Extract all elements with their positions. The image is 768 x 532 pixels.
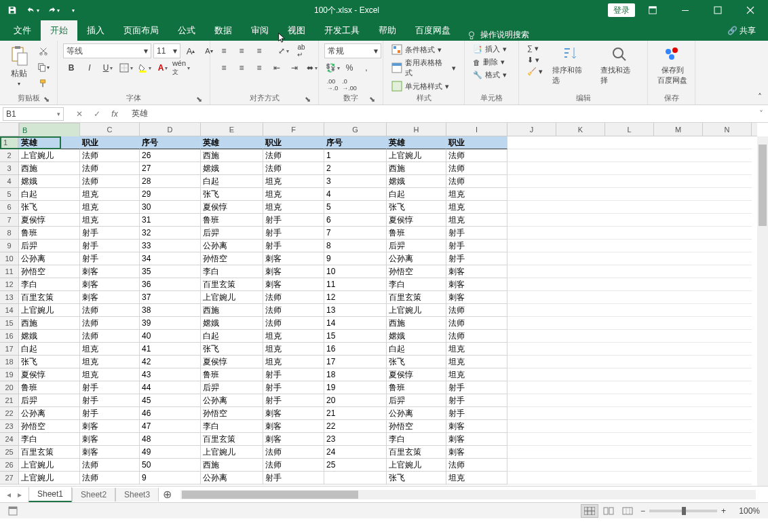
- tab-file[interactable]: 文件: [4, 20, 41, 41]
- row-header[interactable]: 16: [0, 330, 18, 343]
- cell[interactable]: [605, 459, 654, 472]
- font-size-select[interactable]: 11▾: [153, 43, 180, 58]
- cell[interactable]: 刺客: [263, 407, 324, 420]
- cell[interactable]: 射手: [263, 227, 324, 240]
- cell[interactable]: 西施: [19, 162, 80, 175]
- cell[interactable]: [703, 420, 752, 433]
- cell[interactable]: [507, 240, 556, 252]
- cell[interactable]: 英雄: [201, 136, 263, 149]
- cell[interactable]: [703, 356, 752, 368]
- row-header[interactable]: 12: [0, 278, 18, 291]
- cell[interactable]: 上官婉儿: [19, 472, 80, 484]
- cell[interactable]: 法师: [80, 459, 140, 472]
- increase-font-icon[interactable]: A▴: [183, 43, 199, 58]
- align-dialog-launcher[interactable]: ⬊: [303, 95, 311, 103]
- cell[interactable]: 鲁班: [201, 368, 263, 381]
- cell[interactable]: 西施: [201, 304, 263, 317]
- sheet-tab-3[interactable]: Sheet3: [115, 488, 159, 501]
- cell[interactable]: 法师: [446, 459, 507, 472]
- row-header[interactable]: 6: [0, 201, 18, 214]
- cell[interactable]: 李白: [387, 278, 446, 291]
- row-header[interactable]: 15: [0, 317, 18, 330]
- merge-center-icon[interactable]: ⬌: [304, 60, 320, 75]
- cell[interactable]: [654, 227, 703, 240]
- vertical-scrollbar[interactable]: [757, 136, 768, 486]
- bold-button[interactable]: B: [63, 60, 79, 75]
- cell[interactable]: [654, 240, 703, 252]
- number-dialog-launcher[interactable]: ⬊: [368, 95, 376, 103]
- cell[interactable]: 孙悟空: [19, 420, 80, 433]
- cell[interactable]: [654, 175, 703, 188]
- comma-format-icon[interactable]: ,: [358, 60, 375, 75]
- align-top-icon[interactable]: ≡: [216, 43, 232, 58]
- cell[interactable]: 上官婉儿: [19, 459, 80, 472]
- row-header[interactable]: 10: [0, 252, 18, 265]
- row-header[interactable]: 25: [0, 446, 18, 459]
- cell[interactable]: [605, 291, 654, 304]
- cell[interactable]: 刺客: [446, 278, 507, 291]
- cell[interactable]: 西施: [201, 149, 263, 162]
- cell[interactable]: [556, 188, 605, 201]
- cell[interactable]: [556, 381, 605, 394]
- sheet-nav-next-icon[interactable]: ▸: [15, 490, 24, 499]
- cell[interactable]: 12: [324, 291, 387, 304]
- cell[interactable]: 11: [324, 278, 387, 291]
- cell[interactable]: 坦克: [80, 343, 140, 356]
- cut-icon[interactable]: [35, 43, 52, 58]
- cell[interactable]: 25: [324, 459, 387, 472]
- cell[interactable]: 射手: [263, 472, 324, 484]
- cell[interactable]: [556, 214, 605, 227]
- sheet-tab-1[interactable]: Sheet1: [28, 487, 72, 502]
- cell[interactable]: [507, 472, 556, 484]
- cell[interactable]: [556, 149, 605, 162]
- cell[interactable]: 孙悟空: [387, 420, 446, 433]
- cell[interactable]: 坦克: [80, 201, 140, 214]
- cell[interactable]: [507, 368, 556, 381]
- cell[interactable]: 15: [324, 330, 387, 343]
- cell[interactable]: [703, 162, 752, 175]
- cell[interactable]: 射手: [263, 381, 324, 394]
- maximize-button[interactable]: [703, 0, 733, 20]
- align-right-icon[interactable]: ≡: [251, 60, 267, 75]
- cell[interactable]: [507, 394, 556, 407]
- col-header-H[interactable]: H: [387, 123, 446, 136]
- cell[interactable]: 公孙离: [387, 252, 446, 265]
- ribbon-options-icon[interactable]: [638, 0, 668, 20]
- cell[interactable]: [605, 214, 654, 227]
- cell[interactable]: 张飞: [19, 356, 80, 368]
- row-header[interactable]: 20: [0, 381, 18, 394]
- cell[interactable]: 射手: [80, 227, 140, 240]
- cell[interactable]: 坦克: [446, 472, 507, 484]
- cell[interactable]: 西施: [19, 317, 80, 330]
- expand-formula-bar-icon[interactable]: ˅: [754, 109, 768, 119]
- cell[interactable]: 后羿: [201, 227, 263, 240]
- close-button[interactable]: [735, 0, 765, 20]
- cell[interactable]: [654, 265, 703, 278]
- align-bottom-icon[interactable]: ≡: [251, 43, 267, 58]
- cell[interactable]: 百里玄策: [19, 446, 80, 459]
- cell[interactable]: [556, 368, 605, 381]
- cell[interactable]: 8: [324, 240, 387, 252]
- redo-icon[interactable]: ▾: [45, 2, 61, 18]
- cell[interactable]: 李白: [387, 433, 446, 446]
- cell[interactable]: [605, 201, 654, 214]
- cell[interactable]: [605, 304, 654, 317]
- cell[interactable]: [605, 278, 654, 291]
- insert-function-icon[interactable]: fx: [107, 109, 122, 119]
- cell[interactable]: 法师: [446, 304, 507, 317]
- cell[interactable]: [507, 343, 556, 356]
- phonetic-button[interactable]: wén文: [173, 60, 189, 75]
- cell[interactable]: 上官婉儿: [387, 459, 446, 472]
- cell[interactable]: 法师: [80, 175, 140, 188]
- cell[interactable]: [703, 227, 752, 240]
- cell[interactable]: 孙悟空: [201, 407, 263, 420]
- cell[interactable]: 法师: [446, 175, 507, 188]
- fill-button[interactable]: ⬇ ▾: [524, 55, 545, 65]
- cell[interactable]: 嫦娥: [201, 162, 263, 175]
- cell[interactable]: 西施: [201, 459, 263, 472]
- cell[interactable]: 45: [140, 394, 201, 407]
- select-all-corner[interactable]: [0, 123, 19, 136]
- cell[interactable]: 46: [140, 407, 201, 420]
- cell[interactable]: 射手: [446, 381, 507, 394]
- cell[interactable]: 坦克: [263, 201, 324, 214]
